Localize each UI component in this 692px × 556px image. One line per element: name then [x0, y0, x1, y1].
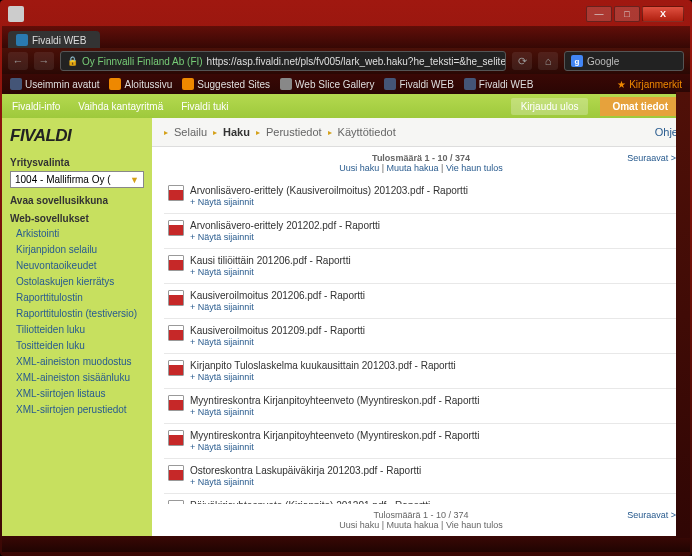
tab-favicon-icon	[16, 34, 28, 46]
sidebar-item-neuvontaoikeudet[interactable]: Neuvontaoikeudet	[10, 259, 144, 272]
sidebar-item-tositteiden[interactable]: Tositteiden luku	[10, 339, 144, 352]
sidebar-item-xml-perustiedot[interactable]: XML-siirtojen perustiedot	[10, 403, 144, 416]
bookmark-most-visited[interactable]: Useimmin avatut	[10, 78, 99, 90]
close-button[interactable]: X	[642, 6, 684, 22]
pager-bottom: Tulosmäärä 1 - 10 / 374 Uusi haku | Muut…	[152, 504, 690, 536]
sidebar-item-raporttitulostin-test[interactable]: Raporttitulostin (testiversio)	[10, 307, 144, 320]
nav-support[interactable]: Fivaldi tuki	[181, 101, 228, 112]
scrollbar[interactable]	[676, 92, 690, 538]
home-button[interactable]: ⌂	[538, 52, 558, 70]
crumb-haku[interactable]: Haku	[223, 126, 250, 138]
page-icon	[384, 78, 396, 90]
pager-top: Tulosmäärä 1 - 10 / 374 Uusi haku | Muut…	[152, 147, 690, 179]
company-select-label: Yritysvalinta	[10, 157, 144, 168]
pdf-icon	[168, 395, 182, 409]
bookmarks-bar: Useimmin avatut Aloitussivu Suggested Si…	[2, 74, 690, 94]
result-row[interactable]: Kausiveroilmoitus 201206.pdf - Raportti+…	[164, 284, 678, 319]
browser-tab[interactable]: Fivaldi WEB	[8, 31, 100, 48]
result-row[interactable]: Arvonlisävero-erittely 201202.pdf - Rapo…	[164, 214, 678, 249]
result-title: Kausiveroilmoitus 201209.pdf - Raportti	[190, 325, 674, 336]
show-locations-link[interactable]: + Näytä sijainnit	[190, 372, 674, 382]
search-input[interactable]: g Google	[564, 51, 684, 71]
new-search-link[interactable]: Uusi haku	[339, 163, 379, 173]
tab-title: Fivaldi WEB	[32, 35, 86, 46]
show-locations-link[interactable]: + Näytä sijainnit	[190, 267, 674, 277]
own-info-button[interactable]: Omat tiedot	[600, 97, 680, 116]
show-locations-link[interactable]: + Näytä sijainnit	[190, 302, 674, 312]
back-button[interactable]: ←	[8, 52, 28, 70]
modify-search-link[interactable]: Muuta hakua	[387, 163, 439, 173]
lock-icon: 🔒	[67, 56, 78, 66]
bookmark-homepage[interactable]: Aloitussivu	[109, 78, 172, 90]
export-results-link[interactable]: Vie haun tulos	[446, 520, 503, 530]
pdf-icon	[168, 255, 182, 269]
chevron-down-icon: ▼	[130, 175, 139, 185]
page-icon	[182, 78, 194, 90]
result-title: Kausiveroilmoitus 201206.pdf - Raportti	[190, 290, 674, 301]
help-link[interactable]: Ohje	[655, 126, 678, 138]
result-title: Myyntireskontra Kirjanpitoyhteenveto (My…	[190, 430, 674, 441]
show-locations-link[interactable]: + Näytä sijainnit	[190, 442, 674, 452]
crumb-perustiedot[interactable]: Perustiedot	[266, 126, 322, 138]
show-locations-link[interactable]: + Näytä sijainnit	[190, 337, 674, 347]
chevron-right-icon: ▸	[256, 128, 260, 137]
sidebar-item-arkistointi[interactable]: Arkistointi	[10, 227, 144, 240]
result-row[interactable]: Kirjanpito Tuloslaskelma kuukausittain 2…	[164, 354, 678, 389]
bookmark-fivaldi-1[interactable]: Fivaldi WEB	[384, 78, 453, 90]
status-bar	[2, 536, 690, 552]
pdf-icon	[168, 465, 182, 479]
show-locations-link[interactable]: + Näytä sijainnit	[190, 197, 674, 207]
minimize-button[interactable]: —	[586, 6, 612, 22]
export-results-link[interactable]: Vie haun tulos	[446, 163, 503, 173]
next-page-link[interactable]: Seuraavat >	[627, 510, 676, 520]
logout-button[interactable]: Kirjaudu ulos	[511, 98, 589, 115]
bookmark-suggested[interactable]: Suggested Sites	[182, 78, 270, 90]
chevron-right-icon: ▸	[213, 128, 217, 137]
bookmark-webslice[interactable]: Web Slice Gallery	[280, 78, 374, 90]
sidebar-item-kirjanpidon-selailu[interactable]: Kirjanpidon selailu	[10, 243, 144, 256]
sidebar: FIVALDI Yritysvalinta 1004 - Mallifirma …	[2, 118, 152, 536]
sidebar-item-tiliotteiden[interactable]: Tiliotteiden luku	[10, 323, 144, 336]
bookmarks-menu-icon[interactable]: ★ Kirjanmerkit	[617, 79, 682, 90]
nav-fivaldi-info[interactable]: Fivaldi-info	[12, 101, 60, 112]
url-input[interactable]: 🔒 Oy Finnvalli Finland Ab (FI) https://a…	[60, 51, 506, 71]
search-engine-label: Google	[587, 56, 619, 67]
reload-button[interactable]: ⟳	[512, 52, 532, 70]
crumb-kayttotiedot[interactable]: Käyttötiedot	[338, 126, 396, 138]
result-row[interactable]: Myyntireskontra Kirjanpitoyhteenveto (My…	[164, 389, 678, 424]
nav-switch-company[interactable]: Vaihda kantayritmä	[78, 101, 163, 112]
chevron-right-icon: ▸	[328, 128, 332, 137]
result-row[interactable]: Ostoreskontra Laskupäiväkirja 201203.pdf…	[164, 459, 678, 494]
open-app-window[interactable]: Avaa sovellusikkuna	[10, 195, 144, 206]
result-count: Tulosmäärä 1 - 10 / 374	[164, 153, 678, 163]
forward-button[interactable]: →	[34, 52, 54, 70]
crumb-selailu[interactable]: Selailu	[174, 126, 207, 138]
result-row[interactable]: Arvonlisävero-erittely (Kausiveroilmoitu…	[164, 179, 678, 214]
result-row[interactable]: Kausiveroilmoitus 201209.pdf - Raportti+…	[164, 319, 678, 354]
sidebar-item-xml-listaus[interactable]: XML-siirtojen listaus	[10, 387, 144, 400]
result-title: Arvonlisävero-erittely 201202.pdf - Rapo…	[190, 220, 674, 231]
result-title: Kirjanpito Tuloslaskelma kuukausittain 2…	[190, 360, 674, 371]
show-locations-link[interactable]: + Näytä sijainnit	[190, 232, 674, 242]
maximize-button[interactable]: □	[614, 6, 640, 22]
sidebar-item-ostolaskujen[interactable]: Ostolaskujen kierrätys	[10, 275, 144, 288]
sidebar-item-raporttitulostin[interactable]: Raporttitulostin	[10, 291, 144, 304]
main-panel: ▸ Selailu ▸ Haku ▸ Perustiedot ▸ Käyttöt…	[152, 118, 690, 536]
show-locations-link[interactable]: + Näytä sijainnit	[190, 477, 674, 487]
page-icon	[464, 78, 476, 90]
pdf-icon	[168, 360, 182, 374]
result-row[interactable]: Kausi tiliöittäin 201206.pdf - Raportti+…	[164, 249, 678, 284]
bookmark-fivaldi-2[interactable]: Fivaldi WEB	[464, 78, 533, 90]
result-row[interactable]: Päiväkirjayhteenveto (Kirjanpito) 201201…	[164, 494, 678, 504]
next-page-link[interactable]: Seuraavat >	[627, 153, 676, 163]
show-locations-link[interactable]: + Näytä sijainnit	[190, 407, 674, 417]
company-select-value: 1004 - Mallifirma Oy (	[15, 174, 111, 185]
tab-strip: Fivaldi WEB	[2, 26, 690, 48]
company-select[interactable]: 1004 - Mallifirma Oy ( ▼	[10, 171, 144, 188]
sidebar-item-xml-muodostus[interactable]: XML-aineiston muodostus	[10, 355, 144, 368]
result-row[interactable]: Myyntireskontra Kirjanpitoyhteenveto (My…	[164, 424, 678, 459]
new-search-link[interactable]: Uusi haku	[339, 520, 379, 530]
cert-company: Oy Finnvalli Finland Ab (FI)	[82, 56, 203, 67]
modify-search-link[interactable]: Muuta hakua	[387, 520, 439, 530]
sidebar-item-xml-sisaanluku[interactable]: XML-aineiston sisäänluku	[10, 371, 144, 384]
